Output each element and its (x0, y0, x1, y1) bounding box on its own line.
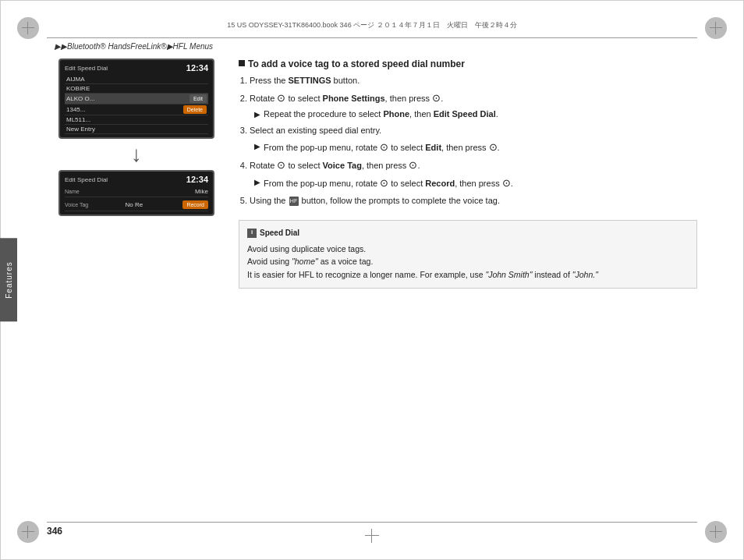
instructions-title-text: To add a voice tag to a stored speed dia… (248, 58, 465, 69)
screen1-title: Edit Speed Dial (65, 65, 108, 72)
black-square-icon (239, 60, 245, 66)
screen1-item-5: ML511... (65, 115, 208, 125)
side-tab-label: Features (5, 261, 13, 298)
screen2-title: Edit Speed Dial (65, 176, 108, 183)
features-side-tab: Features (0, 238, 17, 321)
step-4-sub: ▶ From the pop-up menu, rotate ⊙ to sele… (254, 175, 697, 192)
bottom-center-crosshair (365, 529, 379, 543)
screen1-item-4: 1345... Delete (65, 105, 208, 115)
note-line-3: It is easier for HFL to recognize a long… (247, 268, 689, 282)
corner-top-left (17, 17, 39, 39)
down-arrow-icon: ↓ (131, 144, 142, 165)
note-line-1: Avoid using duplicate voice tags. (247, 243, 689, 256)
step-1: Press the SETTINGS button. (250, 74, 697, 88)
corner-top-right (705, 17, 727, 39)
step-3-sub: ▶ From the pop-up menu, rotate ⊙ to sele… (254, 140, 697, 156)
note-title: i Speed Dial (247, 227, 689, 239)
right-panel: To add a voice tag to a stored speed dia… (239, 58, 697, 513)
screen1-item-1: AIJMA (65, 75, 208, 84)
screen1-item-6: New Entry (65, 125, 208, 134)
screen2-header: Edit Speed Dial 12:34 (65, 175, 208, 184)
main-content: Edit Speed Dial 12:34 AIJMA KOBIRE ALKO … (47, 58, 697, 513)
record-btn[interactable]: Record (182, 200, 208, 209)
note-icon: i (247, 229, 257, 238)
screen1-item-3: ALKO O... Edit (65, 94, 208, 105)
screen2-row-name: Name Mike (65, 186, 208, 197)
step-2-sub: ▶ Repeat the procedure to select Phone, … (254, 108, 697, 122)
left-panel: Edit Speed Dial 12:34 AIJMA KOBIRE ALKO … (47, 58, 226, 513)
step-5: Using the HF button, follow the prompts … (250, 194, 697, 208)
step-3: Select an existing speed dial entry. ▶ F… (250, 124, 697, 155)
note-box: i Speed Dial Avoid using duplicate voice… (239, 220, 697, 289)
screen-mockup-1: Edit Speed Dial 12:34 AIJMA KOBIRE ALKO … (58, 58, 214, 139)
screen1-time: 12:34 (186, 63, 208, 73)
step-2: Rotate ⊙ to select Phone Settings, then … (250, 90, 697, 122)
corner-bottom-right (705, 521, 727, 543)
top-rule-line (47, 37, 697, 38)
screen2-time: 12:34 (186, 175, 208, 184)
screen2-row-voicetag: Voice Tag No Re Record (65, 199, 208, 211)
edit-btn[interactable]: Edit (190, 94, 207, 103)
instructions-list: Press the SETTINGS button. Rotate ⊙ to s… (239, 74, 697, 208)
step-4: Rotate ⊙ to select Voice Tag, then press… (250, 158, 697, 192)
instructions-title: To add a voice tag to a stored speed dia… (239, 58, 697, 69)
hfl-button-icon: HF (289, 197, 299, 206)
note-line-2: Avoid using "home" as a voice tag. (247, 255, 689, 268)
breadcrumb: ▶▶Bluetooth® HandsFreeLink®▶HFL Menus (55, 42, 213, 51)
screen1-item-2: KOBIRE (65, 84, 208, 94)
bottom-rule-line (47, 522, 697, 523)
screen1-list: AIJMA KOBIRE ALKO O... Edit 1345... Dele… (65, 75, 208, 134)
corner-bottom-left (17, 521, 39, 543)
screen-mockup-2: Edit Speed Dial 12:34 Name Mike Voice Ta… (58, 170, 214, 216)
instructions-section: To add a voice tag to a stored speed dia… (239, 58, 697, 211)
file-info: 15 US ODYSSEY-31TK86400.book 346 ページ ２０１… (227, 20, 516, 30)
page-number: 346 (47, 526, 62, 537)
screen1-header: Edit Speed Dial 12:34 (65, 63, 208, 73)
delete-btn[interactable]: Delete (183, 105, 207, 114)
